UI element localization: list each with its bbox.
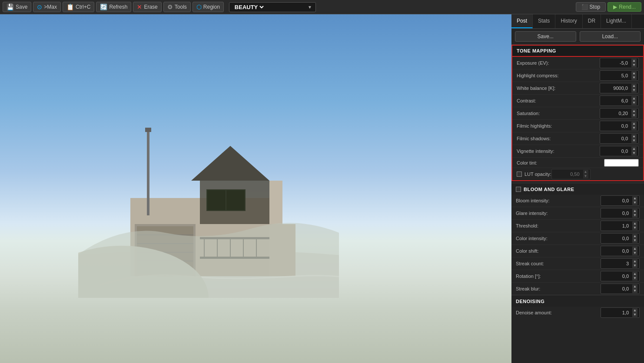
rotation-down[interactable]: ▼ xyxy=(632,276,637,280)
filmic-highlights-input[interactable] xyxy=(602,123,628,129)
denoise-amount-input[interactable] xyxy=(603,310,629,315)
tools-button[interactable]: ⚙ Tools xyxy=(163,2,191,12)
vignette-intensity-up[interactable]: ▲ xyxy=(631,147,637,151)
exposure-down[interactable]: ▼ xyxy=(631,63,637,67)
save-button[interactable]: 💾 Save xyxy=(3,2,31,12)
streak-count-input[interactable] xyxy=(603,261,629,266)
lut-opacity-label: LUT opacity: xyxy=(524,172,551,177)
erase-button[interactable]: ✕ Erase xyxy=(133,2,161,12)
lut-checkbox[interactable] xyxy=(517,172,522,177)
highlight-compress-value[interactable]: ▲ ▼ xyxy=(600,70,639,81)
max-button[interactable]: ⊙ >Max xyxy=(33,2,61,12)
load-btn[interactable]: Load... xyxy=(580,31,641,42)
contrast-down[interactable]: ▼ xyxy=(631,101,637,105)
bloom-glare-checkbox[interactable] xyxy=(516,187,521,192)
render-name-dropdown[interactable]: BEAUTY ▼ xyxy=(229,2,316,12)
glare-intensity-value[interactable]: ▲ ▼ xyxy=(601,208,640,218)
tab-post[interactable]: Post xyxy=(511,14,533,28)
threshold-input[interactable] xyxy=(603,223,629,228)
white-balance-input[interactable] xyxy=(602,86,628,91)
streak-blur-down[interactable]: ▼ xyxy=(632,289,637,293)
color-shift-down[interactable]: ▼ xyxy=(632,251,637,255)
highlight-compress-input[interactable] xyxy=(602,73,628,78)
denoise-amount-value[interactable]: ▲ ▼ xyxy=(601,307,640,318)
contrast-value[interactable]: ▲ ▼ xyxy=(600,96,639,106)
vignette-intensity-down[interactable]: ▼ xyxy=(631,151,637,155)
color-shift-up[interactable]: ▲ xyxy=(632,247,637,251)
streak-count-up[interactable]: ▲ xyxy=(632,259,637,264)
tone-mapping-header[interactable]: TONE MAPPING xyxy=(511,45,644,57)
exposure-up[interactable]: ▲ xyxy=(631,59,637,63)
glare-intensity-down[interactable]: ▼ xyxy=(632,213,637,218)
contrast-up[interactable]: ▲ xyxy=(631,96,637,101)
refresh-button[interactable]: 🔄 Refresh xyxy=(96,2,131,12)
color-tint-row: Color tint: xyxy=(512,158,643,168)
save-btn[interactable]: Save... xyxy=(515,31,576,42)
filmic-shadows-down[interactable]: ▼ xyxy=(631,139,637,143)
saturation-input[interactable] xyxy=(602,111,628,116)
filmic-highlights-value[interactable]: ▲ ▼ xyxy=(600,121,639,131)
tab-dr[interactable]: DR xyxy=(583,14,601,28)
saturation-value[interactable]: ▲ ▼ xyxy=(600,108,639,119)
bloom-intensity-down[interactable]: ▼ xyxy=(632,201,637,205)
filmic-shadows-input[interactable] xyxy=(602,136,628,141)
stop-button[interactable]: ⬛ Stop xyxy=(576,2,606,12)
ctrlc-button[interactable]: 📋 Ctrl+C xyxy=(63,2,94,12)
filmic-highlights-row: Filmic highlights: ▲ ▼ xyxy=(512,120,643,132)
rotation-up[interactable]: ▲ xyxy=(632,272,637,276)
streak-blur-up[interactable]: ▲ xyxy=(632,284,637,289)
streak-count-down[interactable]: ▼ xyxy=(632,264,637,268)
glare-intensity-input[interactable] xyxy=(603,211,629,216)
color-intensity-down[interactable]: ▼ xyxy=(632,238,637,243)
color-intensity-up[interactable]: ▲ xyxy=(632,234,637,238)
filmic-shadows-value[interactable]: ▲ ▼ xyxy=(600,133,639,144)
lut-opacity-up[interactable]: ▲ xyxy=(583,170,588,174)
white-balance-down[interactable]: ▼ xyxy=(631,88,637,92)
streak-blur-value[interactable]: ▲ ▼ xyxy=(601,284,640,294)
render-button[interactable]: ▶ Rend... xyxy=(607,2,641,12)
streak-count-value[interactable]: ▲ ▼ xyxy=(601,258,640,269)
tab-stats[interactable]: Stats xyxy=(533,14,555,28)
bloom-glare-header[interactable]: BLOOM AND GLARE xyxy=(511,183,644,195)
threshold-value[interactable]: ▲ ▼ xyxy=(601,221,640,231)
bloom-intensity-value[interactable]: ▲ ▼ xyxy=(601,195,640,206)
vignette-intensity-value[interactable]: ▲ ▼ xyxy=(600,146,639,156)
highlight-compress-up[interactable]: ▲ xyxy=(631,71,637,76)
rotation-input[interactable] xyxy=(603,274,629,279)
white-balance-value[interactable]: ▲ ▼ xyxy=(600,83,639,93)
rotation-value[interactable]: ▲ ▼ xyxy=(601,271,640,281)
lut-opacity-down[interactable]: ▼ xyxy=(583,174,588,178)
contrast-label: Contrast: xyxy=(517,98,600,103)
denoising-header[interactable]: DENOISING xyxy=(511,295,644,307)
filmic-shadows-up[interactable]: ▲ xyxy=(631,134,637,139)
threshold-up[interactable]: ▲ xyxy=(632,221,637,226)
color-shift-value[interactable]: ▲ ▼ xyxy=(601,246,640,256)
color-intensity-value[interactable]: ▲ ▼ xyxy=(601,233,640,244)
render-name-select[interactable]: BEAUTY xyxy=(233,3,265,11)
highlight-compress-down[interactable]: ▼ xyxy=(631,76,637,80)
saturation-up[interactable]: ▲ xyxy=(631,109,637,113)
region-button[interactable]: ⬡ Region xyxy=(193,2,224,12)
filmic-highlights-up[interactable]: ▲ xyxy=(631,122,637,126)
threshold-down[interactable]: ▼ xyxy=(632,226,637,230)
color-tint-swatch[interactable] xyxy=(604,159,639,167)
color-shift-input[interactable] xyxy=(603,248,629,254)
saturation-down[interactable]: ▼ xyxy=(631,113,637,118)
glare-intensity-up[interactable]: ▲ xyxy=(632,209,637,213)
contrast-input[interactable] xyxy=(602,98,628,103)
bloom-intensity-input[interactable] xyxy=(603,198,629,203)
color-intensity-input[interactable] xyxy=(603,236,629,241)
streak-blur-input[interactable] xyxy=(603,286,629,291)
filmic-highlights-down[interactable]: ▼ xyxy=(631,126,637,130)
white-balance-up[interactable]: ▲ xyxy=(631,84,637,88)
bloom-intensity-up[interactable]: ▲ xyxy=(632,196,637,201)
lut-opacity-value[interactable]: ▲ ▼ xyxy=(551,169,591,179)
exposure-input[interactable] xyxy=(602,60,628,66)
denoise-amount-down[interactable]: ▼ xyxy=(632,313,637,317)
tab-lightm[interactable]: LightM... xyxy=(601,14,632,28)
tab-history[interactable]: History xyxy=(555,14,582,28)
vignette-intensity-input[interactable] xyxy=(602,148,628,154)
lut-opacity-input[interactable] xyxy=(554,172,580,177)
exposure-value[interactable]: ▲ ▼ xyxy=(600,58,639,68)
denoise-amount-up[interactable]: ▲ xyxy=(632,308,637,313)
